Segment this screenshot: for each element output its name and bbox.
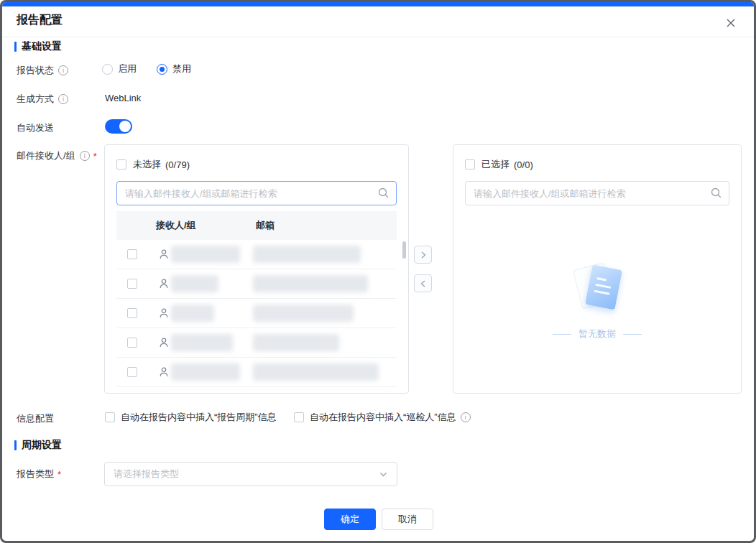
radio-enable[interactable]: 启用 [102,62,137,75]
generation-method-value: WebLink [105,93,141,103]
person-icon [158,278,170,289]
person-icon [158,249,170,260]
recipients-label: 邮件接收人/组 i * [17,149,97,162]
redacted-name [171,275,218,292]
scrollbar-thumb[interactable] [402,241,406,259]
required-asterisk: * [57,469,61,480]
redacted-email [253,334,339,351]
report-status-label: 报告状态 i [17,64,68,77]
move-left-button[interactable] [414,274,432,292]
section-period-settings: 周期设置 [14,439,62,452]
left-search [116,181,397,205]
select-placeholder: 请选择报告类型 [114,468,379,481]
right-search-input[interactable] [465,181,729,205]
unselected-count: (0/79) [165,159,190,170]
generation-method-label: 生成方式 i [17,93,68,106]
selected-title: 已选择 [481,158,510,171]
section-title: 基础设置 [22,40,62,53]
move-right-button[interactable] [414,246,432,264]
row-checkbox[interactable] [127,338,137,348]
search-icon [710,187,722,199]
redacted-name [171,363,240,381]
chevron-left-icon [419,279,428,288]
row-checkbox[interactable] [127,367,137,377]
table-row[interactable] [116,240,397,269]
col-email: 邮箱 [256,211,275,240]
right-search [465,181,729,205]
chevron-down-icon [379,470,388,479]
selected-count: (0/0) [514,159,533,170]
checkbox-inspector[interactable]: 自动在报告内容中插入“巡检人”信息 i [294,411,471,424]
table-row[interactable] [116,299,397,328]
select-all-checkbox[interactable] [465,159,475,170]
radio-circle [102,64,113,75]
close-button[interactable] [722,14,739,32]
person-icon [158,307,170,319]
redacted-name [171,305,214,322]
confirm-button[interactable]: 确定 [324,509,376,530]
col-recipient: 接收人/组 [156,211,196,240]
empty-data-icon [568,260,626,317]
unselected-header: 未选择 (0/79) [116,158,190,171]
auto-send-label: 自动发送 [17,121,54,134]
redacted-name [171,334,233,351]
row-checkbox[interactable] [127,308,137,318]
required-asterisk: * [93,151,97,162]
radio-circle-selected [157,64,167,75]
redacted-email [253,363,379,381]
checkbox [105,412,115,422]
recipient-table-body [116,240,397,387]
table-header: 接收人/组 邮箱 [116,211,397,240]
empty-state: 暂无数据 [453,260,741,340]
empty-text: 暂无数据 [545,328,649,340]
radio-disable[interactable]: 禁用 [157,62,191,75]
report-type-label: 报告类型 * [17,468,61,481]
person-icon [158,366,170,378]
redacted-email [253,246,361,263]
report-config-dialog: 报告配置 基础设置 报告状态 i 启用 禁用 生成方式 i WebLink 自动… [0,0,756,543]
info-icon[interactable]: i [58,94,68,104]
info-icon[interactable]: i [58,65,68,75]
transfer-panel-selected: 已选择 (0/0) 暂无数据 [453,144,742,394]
search-icon [377,187,389,199]
section-title: 周期设置 [22,439,62,452]
person-icon [158,337,170,348]
row-checkbox[interactable] [127,279,137,289]
report-status-radio-group: 启用 禁用 [102,62,191,75]
section-accent-bar [14,440,17,450]
report-type-select[interactable]: 请选择报告类型 [104,462,397,486]
title-divider [2,37,754,37]
select-all-checkbox[interactable] [116,159,126,170]
transfer-panel-unselected: 未选择 (0/79) 接收人/组 邮箱 [104,144,409,394]
info-icon[interactable]: i [461,412,471,422]
top-accent-bar [2,2,754,6]
page-title: 报告配置 [17,13,63,28]
chevron-right-icon [419,251,428,259]
toggle-knob [119,121,131,132]
auto-send-toggle[interactable] [105,119,132,134]
selected-header: 已选择 (0/0) [465,158,533,171]
close-icon [725,17,737,29]
table-row[interactable] [116,328,397,358]
redacted-email [253,275,368,292]
redacted-email [253,305,354,322]
table-row[interactable] [116,269,397,299]
info-icon[interactable]: i [80,151,90,161]
unselected-title: 未选择 [133,158,161,171]
checkbox-report-period[interactable]: 自动在报告内容中插入“报告周期”信息 [105,411,277,424]
cancel-button[interactable]: 取消 [382,509,433,530]
section-accent-bar [14,42,17,52]
info-config-label: 信息配置 [17,412,54,425]
checkbox [294,412,304,422]
table-row[interactable] [116,358,397,387]
left-search-input[interactable] [116,181,397,205]
section-basic-settings: 基础设置 [14,40,62,53]
row-checkbox[interactable] [127,249,137,259]
redacted-name [171,246,240,263]
